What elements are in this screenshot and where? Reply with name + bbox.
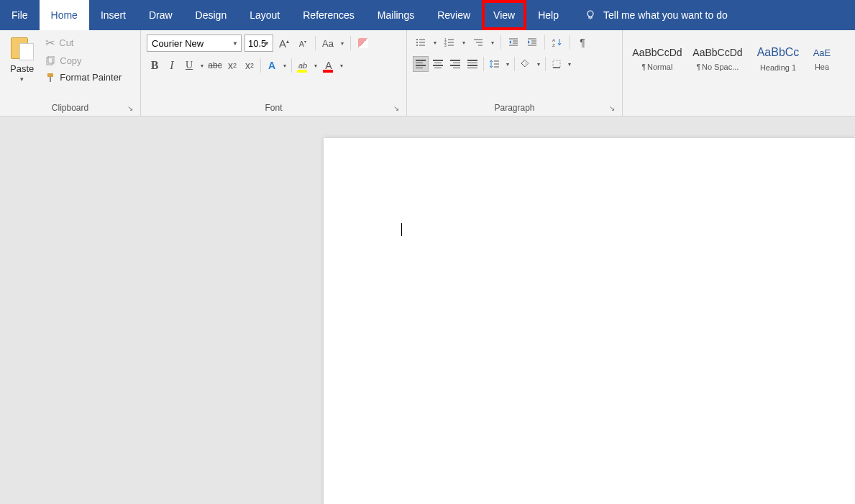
subscript-button[interactable]: x2 (224, 58, 240, 73)
strikethrough-button[interactable]: abc (207, 58, 223, 73)
superscript-button[interactable]: x2 (242, 58, 257, 73)
paste-label: Paste (10, 63, 34, 74)
font-name-value: Courier New (152, 38, 204, 49)
paragraph-launcher-icon[interactable]: ↘ (609, 104, 619, 114)
align-left-button[interactable] (413, 56, 429, 72)
style-label: ¶No Spac... (697, 63, 739, 71)
document-page[interactable] (324, 138, 855, 504)
style-label: ¶Normal (642, 63, 673, 71)
underline-button[interactable]: U (181, 58, 197, 73)
tab-help[interactable]: Help (526, 0, 570, 30)
ribbon-content: Paste ▾ ✂ Cut Copy Form (0, 30, 855, 116)
svg-text:Z: Z (552, 43, 555, 47)
tab-draw[interactable]: Draw (137, 0, 184, 30)
svg-rect-4 (47, 73, 53, 77)
tell-me-label: Tell me what you want to do (603, 9, 728, 21)
format-painter-button[interactable]: Format Painter (42, 70, 124, 84)
separator (544, 35, 545, 50)
lightbulb-icon (585, 9, 596, 21)
chevron-down-icon[interactable]: ▾ (338, 63, 345, 69)
chevron-down-icon[interactable]: ▾ (504, 61, 511, 68)
style-no-spacing[interactable]: AaBbCcDd ¶No Spac... (689, 37, 746, 81)
shading-button[interactable] (518, 56, 534, 72)
chevron-down-icon[interactable]: ▾ (281, 63, 288, 69)
clipboard-launcher-icon[interactable]: ↘ (127, 104, 137, 114)
style-preview: AaE (813, 47, 831, 58)
style-preview: AaBbCc (757, 46, 800, 59)
bold-button[interactable]: B (147, 58, 163, 73)
svg-point-10 (416, 45, 418, 46)
brush-icon (45, 73, 55, 83)
align-justify-button[interactable] (465, 56, 480, 72)
separator (570, 35, 570, 50)
multilevel-list-button[interactable] (470, 35, 486, 50)
separator (350, 36, 351, 50)
paste-button[interactable]: Paste ▾ (6, 33, 38, 86)
tab-layout[interactable]: Layout (238, 0, 291, 30)
borders-button[interactable] (549, 56, 564, 72)
grow-font-button[interactable]: A▴ (276, 35, 292, 51)
tab-file[interactable]: File (0, 0, 40, 30)
italic-button[interactable]: I (164, 58, 180, 73)
tab-insert[interactable]: Insert (89, 0, 137, 30)
style-heading2[interactable]: AaE Hea (810, 37, 834, 81)
decrease-indent-button[interactable] (506, 35, 521, 50)
chevron-down-icon[interactable]: ▾ (312, 63, 319, 69)
style-preview: AaBbCcDd (632, 47, 682, 58)
sort-button[interactable]: AZ (549, 35, 565, 50)
increase-indent-button[interactable] (524, 35, 540, 50)
font-size-select[interactable]: 10.5 ▼ (244, 35, 273, 52)
tab-home[interactable]: Home (40, 0, 89, 30)
group-styles: AaBbCcDd ¶Normal AaBbCcDd ¶No Spac... Aa… (623, 30, 855, 116)
paragraph-group-label: Paragraph (413, 103, 616, 114)
chevron-down-icon[interactable]: ▾ (431, 40, 439, 46)
style-preview: AaBbCcDd (692, 47, 742, 58)
highlight-color-button[interactable]: ab (295, 58, 311, 73)
show-hide-marks-button[interactable]: ¶ (575, 35, 590, 50)
align-right-button[interactable] (447, 56, 463, 72)
copy-label: Copy (60, 55, 81, 66)
svg-rect-34 (553, 60, 560, 68)
separator (545, 57, 546, 71)
font-color-button[interactable]: A (321, 58, 337, 73)
cut-button[interactable]: ✂ Cut (42, 35, 124, 51)
chevron-down-icon[interactable]: ▾ (20, 75, 24, 83)
clear-formatting-button[interactable] (355, 35, 371, 51)
style-normal[interactable]: AaBbCcDd ¶Normal (628, 37, 686, 81)
numbering-button[interactable]: 123 (442, 35, 457, 50)
change-case-button[interactable]: Aa (320, 35, 336, 51)
tab-view[interactable]: View (482, 0, 526, 30)
line-spacing-button[interactable] (487, 56, 503, 72)
font-name-select[interactable]: Courier New ▼ (147, 35, 242, 52)
chevron-down-icon[interactable]: ▾ (566, 61, 573, 68)
tab-review[interactable]: Review (426, 0, 482, 30)
group-font: Courier New ▼ 10.5 ▼ A▴ A▾ Aa ▾ B (141, 30, 407, 116)
chevron-down-icon[interactable]: ▾ (489, 40, 496, 46)
clipboard-group-label: Clipboard (6, 103, 134, 114)
ribbon-tab-bar: File Home Insert Draw Design Layout Refe… (0, 0, 855, 30)
scissors-icon: ✂ (45, 36, 55, 50)
align-center-button[interactable] (430, 56, 446, 72)
separator (260, 58, 261, 73)
font-launcher-icon[interactable]: ↘ (393, 104, 403, 114)
chevron-down-icon[interactable]: ▾ (198, 63, 206, 69)
separator (315, 36, 316, 50)
format-painter-label: Format Painter (60, 72, 122, 83)
chevron-down-icon[interactable]: ▾ (535, 61, 542, 68)
separator (291, 58, 292, 73)
style-label: Hea (815, 63, 829, 71)
cut-label: Cut (59, 37, 73, 48)
svg-text:A: A (552, 38, 555, 42)
svg-point-6 (416, 39, 418, 40)
tab-design[interactable]: Design (184, 0, 239, 30)
bullets-button[interactable] (413, 35, 429, 50)
tell-me-search[interactable]: Tell me what you want to do (585, 9, 728, 21)
text-effects-button[interactable]: A (264, 58, 280, 73)
chevron-down-icon[interactable]: ▾ (339, 40, 346, 47)
tab-mailings[interactable]: Mailings (366, 0, 426, 30)
chevron-down-icon[interactable]: ▾ (460, 40, 467, 46)
style-heading1[interactable]: AaBbCc Heading 1 (749, 37, 807, 81)
shrink-font-button[interactable]: A▾ (295, 35, 311, 51)
copy-button[interactable]: Copy (42, 54, 124, 68)
tab-references[interactable]: References (291, 0, 366, 30)
